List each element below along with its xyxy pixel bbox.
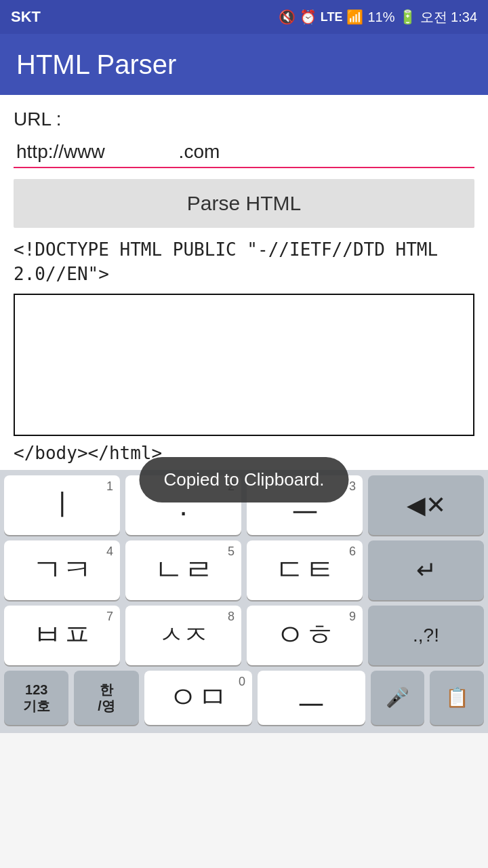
keyboard-row-4: 123기호 한/영 0 ㅇㅁ ㅡ 🎤 📋 (4, 671, 484, 725)
mute-icon: 🔇 (279, 9, 296, 25)
url-input-wrapper (14, 137, 474, 168)
app-bar: HTML Parser (0, 34, 488, 95)
key-siot-jieut-chieut[interactable]: 8 ㅅㅈ (125, 606, 241, 665)
key-123-symbols[interactable]: 123기호 (4, 671, 68, 725)
enter-key[interactable]: ↵ (368, 540, 484, 600)
keyboard: 1 ㅣ 2 . 3 ㅡ ◀✕ 4 ㄱㅋ 5 ㄴㄹ (0, 470, 488, 733)
key-bieup-pieup[interactable]: 7 ㅂㅍ (4, 606, 120, 665)
key-ieung-vertical[interactable]: 1 ㅣ (4, 475, 120, 535)
parse-button[interactable]: Parse HTML (14, 179, 474, 228)
backspace-icon: ◀✕ (407, 491, 446, 519)
battery-icon: 🔋 (399, 9, 416, 25)
app-title: HTML Parser (16, 50, 176, 80)
key-digeut-tieut[interactable]: 6 ㄷㅌ (247, 540, 363, 600)
mic-icon: 🎤 (386, 686, 409, 709)
lte-icon: LTE (321, 10, 343, 24)
key-giyeok-kieuk[interactable]: 4 ㄱㅋ (4, 540, 120, 600)
html-output-box (14, 294, 474, 436)
time-label: 오전 1:34 (420, 8, 477, 26)
alarm-icon: ⏰ (300, 9, 317, 25)
main-content: URL : Parse HTML <!DOCTYPE HTML PUBLIC "… (0, 95, 488, 470)
carrier-label: SKT (11, 8, 41, 26)
key-mic[interactable]: 🎤 (371, 671, 425, 725)
keyboard-row-2: 4 ㄱㅋ 5 ㄴㄹ 6 ㄷㅌ ↵ (4, 540, 484, 600)
keyboard-row-3: 7 ㅂㅍ 8 ㅅㅈ 9 ㅇㅎ .,?! (4, 606, 484, 665)
clipboard-toast: Copied to Clipboard. (139, 457, 348, 502)
key-spacebar[interactable]: ㅡ (258, 671, 365, 725)
key-han-eng[interactable]: 한/영 (74, 671, 138, 725)
clipboard-icon: 📋 (445, 686, 469, 709)
signal-icon: 📶 (346, 9, 363, 25)
key-nieun-rieul[interactable]: 5 ㄴㄹ (125, 540, 241, 600)
battery-label: 11% (367, 9, 394, 25)
doctype-text: <!DOCTYPE HTML PUBLIC "-//IETF//DTD HTML… (14, 237, 474, 287)
enter-icon: ↵ (416, 556, 436, 585)
status-icons: 🔇 ⏰ LTE 📶 11% 🔋 오전 1:34 (279, 8, 477, 26)
backspace-key[interactable]: ◀✕ (368, 475, 484, 535)
key-clipboard[interactable]: 📋 (430, 671, 484, 725)
key-ieung-hieut[interactable]: 9 ㅇㅎ (247, 606, 363, 665)
url-label: URL : (14, 108, 474, 130)
key-ieung-mieum[interactable]: 0 ㅇㅁ (144, 671, 252, 725)
key-punctuation[interactable]: .,?! (368, 606, 484, 665)
url-input[interactable] (14, 137, 474, 168)
status-bar: SKT 🔇 ⏰ LTE 📶 11% 🔋 오전 1:34 (0, 0, 488, 34)
